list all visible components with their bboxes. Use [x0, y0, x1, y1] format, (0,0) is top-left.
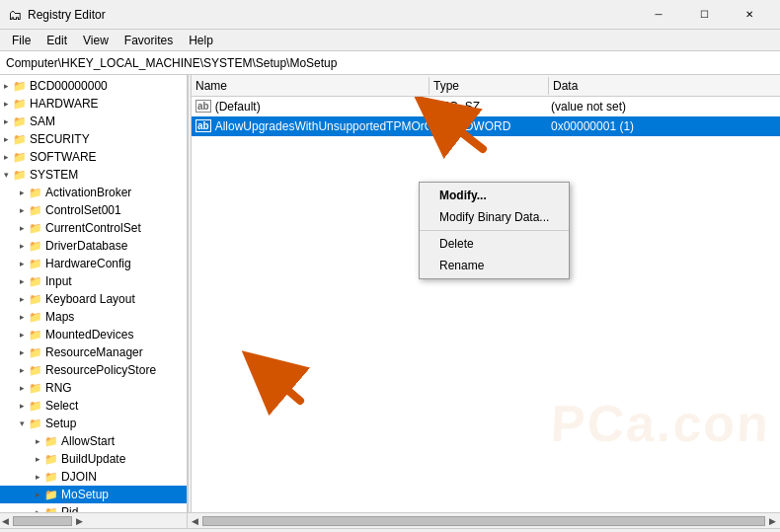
- tree-item-activationbroker[interactable]: ▸📁ActivationBroker: [0, 184, 187, 201]
- watermark: PCa.con: [549, 394, 771, 453]
- context-menu-item-1[interactable]: Modify Binary Data...: [420, 206, 569, 228]
- reg-type-icon-1: ab: [195, 119, 211, 132]
- table-row[interactable]: ab(Default)REG_SZ(value not set): [192, 97, 780, 116]
- maximize-button[interactable]: ☐: [681, 0, 727, 30]
- tree-item-allowstart[interactable]: ▸📁AllowStart: [0, 432, 187, 450]
- tree-item-controlset001[interactable]: ▸📁ControlSet001: [0, 201, 187, 219]
- tree-label-djoin: DJOIN: [59, 470, 97, 484]
- tree-item-security[interactable]: ▸📁SECURITY: [0, 130, 187, 148]
- tree-arrow-sam[interactable]: ▸: [0, 113, 12, 130]
- tree-arrow-setup[interactable]: ▾: [16, 415, 28, 432]
- right-scroll[interactable]: ◀ ▶: [188, 513, 780, 528]
- tree-item-resourcemanager[interactable]: ▸📁ResourceManager: [0, 343, 187, 361]
- close-button[interactable]: ✕: [727, 0, 772, 30]
- tree-arrow-allowstart[interactable]: ▸: [32, 432, 43, 450]
- tree-arrow-hardwareconfig[interactable]: ▸: [16, 255, 28, 272]
- tree-label-keyboardlayout: Keyboard Layout: [43, 292, 135, 306]
- folder-icon-buildupdate: 📁: [43, 450, 59, 468]
- tree-arrow-input[interactable]: ▸: [16, 272, 28, 290]
- tree-arrow-buildupdate[interactable]: ▸: [32, 450, 43, 468]
- bottom-scrollbar: ◀ ▶ ◀ ▶: [0, 512, 780, 528]
- minimize-button[interactable]: ─: [636, 0, 681, 30]
- tree-arrow-mosetup[interactable]: ▸: [32, 486, 43, 503]
- tree-item-input[interactable]: ▸📁Input: [0, 272, 187, 290]
- tree-arrow-djoin[interactable]: ▸: [32, 468, 43, 486]
- menu-file[interactable]: File: [4, 32, 39, 49]
- tree-arrow-activationbroker[interactable]: ▸: [16, 184, 28, 201]
- tree-item-driverdatabase[interactable]: ▸📁DriverDatabase: [0, 237, 187, 255]
- tree-arrow-select[interactable]: ▸: [16, 397, 28, 415]
- tree-label-pid: Pid: [59, 505, 78, 512]
- tree-arrow-security[interactable]: ▸: [0, 130, 12, 148]
- tree-label-hardwareconfig: HardwareConfig: [43, 257, 131, 270]
- folder-icon-bcd: 📁: [12, 77, 28, 95]
- tree-arrow-software[interactable]: ▸: [0, 148, 12, 166]
- reg-cell-data-0: (value not set): [547, 100, 780, 114]
- menu-favorites[interactable]: Favorites: [117, 32, 181, 49]
- tree-item-hardwareconfig[interactable]: ▸📁HardwareConfig: [0, 255, 187, 272]
- folder-icon-maps: 📁: [28, 308, 43, 326]
- tree-arrow-system[interactable]: ▾: [0, 166, 12, 184]
- tree-item-keyboardlayout[interactable]: ▸📁Keyboard Layout: [0, 290, 187, 308]
- table-row[interactable]: abAllowUpgradesWithUnsupportedTPMOrCPURE…: [192, 116, 780, 136]
- folder-icon-mounteddevices: 📁: [28, 326, 43, 343]
- scroll-right-arrow[interactable]: ▶: [74, 516, 85, 526]
- reg-type-icon-0: ab: [195, 100, 211, 113]
- tree-item-djoin[interactable]: ▸📁DJOIN: [0, 468, 187, 486]
- tree-arrow-currentcontrolset[interactable]: ▸: [16, 219, 28, 237]
- tree-arrow-bcd[interactable]: ▸: [0, 77, 12, 95]
- tree-item-software[interactable]: ▸📁SOFTWARE: [0, 148, 187, 166]
- tree-item-bcd[interactable]: ▸📁BCD00000000: [0, 77, 187, 95]
- tree-arrow-keyboardlayout[interactable]: ▸: [16, 290, 28, 308]
- tree-label-activationbroker: ActivationBroker: [43, 186, 131, 199]
- detail-scroll-thumb[interactable]: [202, 516, 765, 526]
- context-menu: Modify...Modify Binary Data...DeleteRena…: [419, 182, 570, 279]
- tree-arrow-rng[interactable]: ▸: [16, 379, 28, 397]
- main-content: ▸📁BCD00000000▸📁HARDWARE▸📁SAM▸📁SECURITY▸📁…: [0, 75, 780, 512]
- tree-item-sam[interactable]: ▸📁SAM: [0, 113, 187, 130]
- tree-arrow-driverdatabase[interactable]: ▸: [16, 237, 28, 255]
- tree-item-setup[interactable]: ▾📁Setup: [0, 415, 187, 432]
- left-scroll[interactable]: ◀ ▶: [0, 513, 188, 528]
- title-bar-controls: ─ ☐ ✕: [636, 0, 772, 30]
- tree-item-mosetup[interactable]: ▸📁MoSetup: [0, 486, 187, 503]
- scroll-right-left-arrow[interactable]: ◀: [190, 516, 200, 526]
- tree-arrow-controlset001[interactable]: ▸: [16, 201, 28, 219]
- tree-arrow-hardware[interactable]: ▸: [0, 95, 12, 113]
- tree-arrow-resourcemanager[interactable]: ▸: [16, 343, 28, 361]
- tree-scroll-thumb[interactable]: [13, 516, 72, 526]
- tree-item-currentcontrolset[interactable]: ▸📁CurrentControlSet: [0, 219, 187, 237]
- scroll-left-arrow[interactable]: ◀: [0, 516, 11, 526]
- tree-item-maps[interactable]: ▸📁Maps: [0, 308, 187, 326]
- tree-item-pid[interactable]: ▸📁Pid: [0, 503, 187, 512]
- context-menu-item-3[interactable]: Rename: [420, 255, 569, 276]
- tree-label-input: Input: [43, 274, 72, 288]
- tree-pane[interactable]: ▸📁BCD00000000▸📁HARDWARE▸📁SAM▸📁SECURITY▸📁…: [0, 75, 188, 512]
- reg-name-text-0: (Default): [215, 100, 261, 114]
- tree-arrow-maps[interactable]: ▸: [16, 308, 28, 326]
- menu-edit[interactable]: Edit: [39, 32, 75, 49]
- tree-label-buildupdate: BuildUpdate: [59, 452, 125, 466]
- tree-item-rng[interactable]: ▸📁RNG: [0, 379, 187, 397]
- tree-arrow-resourcepolicystore[interactable]: ▸: [16, 361, 28, 379]
- tree-item-buildupdate[interactable]: ▸📁BuildUpdate: [0, 450, 187, 468]
- menu-view[interactable]: View: [75, 32, 117, 49]
- tree-arrow-pid[interactable]: ▸: [32, 503, 43, 512]
- tree-item-hardware[interactable]: ▸📁HARDWARE: [0, 95, 187, 113]
- folder-icon-software: 📁: [12, 148, 28, 166]
- context-menu-item-2[interactable]: Delete: [420, 233, 569, 255]
- tree-arrow-mounteddevices[interactable]: ▸: [16, 326, 28, 343]
- tree-item-mounteddevices[interactable]: ▸📁MountedDevices: [0, 326, 187, 343]
- folder-icon-currentcontrolset: 📁: [28, 219, 43, 237]
- folder-icon-pid: 📁: [43, 503, 59, 512]
- context-menu-separator-1: [420, 230, 569, 231]
- tree-item-select[interactable]: ▸📁Select: [0, 397, 187, 415]
- menu-help[interactable]: Help: [181, 32, 221, 49]
- tree-label-software: SOFTWARE: [28, 150, 97, 164]
- tree-label-resourcepolicystore: ResourcePolicyStore: [43, 363, 156, 377]
- tree-item-system[interactable]: ▾📁SYSTEM: [0, 166, 187, 184]
- scroll-right-right-arrow[interactable]: ▶: [767, 516, 778, 526]
- context-menu-item-0[interactable]: Modify...: [420, 185, 569, 206]
- tree-label-resourcemanager: ResourceManager: [43, 345, 143, 359]
- tree-item-resourcepolicystore[interactable]: ▸📁ResourcePolicyStore: [0, 361, 187, 379]
